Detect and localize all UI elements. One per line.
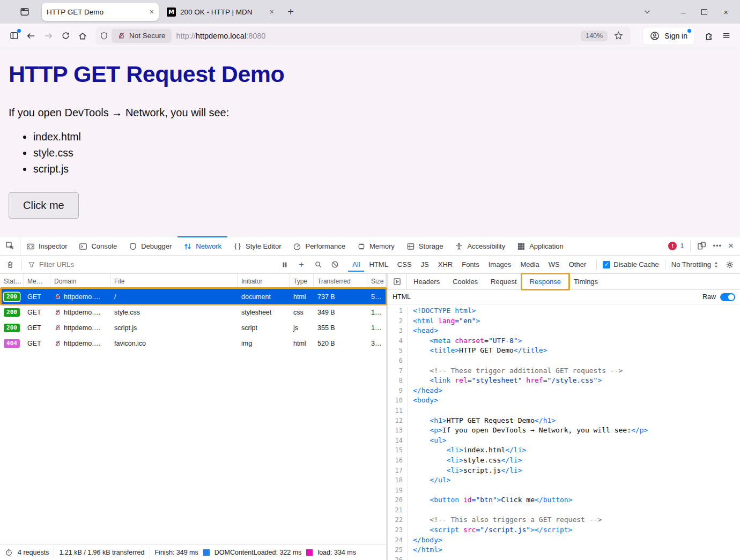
filter-other[interactable]: Other <box>565 257 591 272</box>
new-tab-button[interactable]: + <box>282 3 299 20</box>
filter-js[interactable]: JS <box>417 257 433 272</box>
firefox-view-icon[interactable] <box>16 3 33 20</box>
request-row-style.css[interactable]: 200GEThttpdemo….style.cssstylesheetcss34… <box>0 304 386 320</box>
column-header-me[interactable]: Me… <box>24 274 50 289</box>
devtools-tab-inspector[interactable]: Inspector <box>20 236 73 255</box>
devtools-tab-memory[interactable]: Memory <box>351 236 401 255</box>
detail-tab-timings[interactable]: Timings <box>567 274 604 289</box>
devtools-tab-network[interactable]: Network <box>177 236 227 255</box>
devtools-close-icon[interactable]: × <box>728 241 734 251</box>
sidebar-toggle-icon[interactable] <box>5 28 23 44</box>
detail-tab-request[interactable]: Request <box>484 274 523 289</box>
line-number: 15 <box>388 445 403 456</box>
block-icon[interactable] <box>329 260 340 268</box>
add-icon[interactable]: + <box>296 259 307 270</box>
column-header-transferred[interactable]: Transferred <box>314 274 367 289</box>
file-cell: / <box>110 289 238 304</box>
request-row-script.js[interactable]: 200GEThttpdemo….script.jsscriptjs355 B1… <box>0 320 386 335</box>
filter-fonts[interactable]: Fonts <box>457 257 484 272</box>
filter-html[interactable]: HTML <box>365 257 392 272</box>
column-header-size[interactable]: Size <box>367 274 386 289</box>
close-window-icon[interactable]: × <box>723 8 728 17</box>
bookmark-star-icon[interactable] <box>614 31 623 40</box>
filter-urls-input[interactable]: Filter URLs <box>28 260 74 268</box>
filter-ws[interactable]: WS <box>544 257 564 272</box>
performance-icon <box>293 242 301 251</box>
network-icon <box>183 242 192 251</box>
line-number: 17 <box>388 466 403 476</box>
line-number: 24 <box>388 535 403 546</box>
filter-xhr[interactable]: XHR <box>434 257 457 272</box>
throttling-dropdown[interactable]: No Throttling <box>671 260 719 268</box>
security-chip[interactable]: Not Secure <box>112 29 172 43</box>
status-badge: 404 <box>4 339 20 348</box>
click-me-button[interactable]: Click me <box>9 192 79 219</box>
line-number: 13 <box>388 425 403 436</box>
extensions-icon[interactable] <box>700 28 717 44</box>
transferred-cell: 355 B <box>314 320 367 335</box>
sign-in-button[interactable]: Sign in <box>642 27 695 45</box>
code-line: <!-- This also triggers a GET request --… <box>413 515 740 525</box>
pause-icon[interactable] <box>279 261 290 268</box>
devtools-tab-accessibility[interactable]: Accessibility <box>449 236 511 255</box>
status-badge: 200 <box>4 324 20 332</box>
minimize-icon[interactable]: – <box>681 8 685 17</box>
transferred-summary[interactable]: 1.21 kB / 1.96 kB transferred <box>59 549 144 556</box>
response-payload-header: HTML Raw <box>388 290 740 304</box>
disable-cache-checkbox[interactable]: ✓ Disable Cache <box>603 260 659 268</box>
menu-hamburger-icon[interactable] <box>717 28 735 44</box>
pick-element-icon[interactable] <box>0 236 20 255</box>
responsive-design-mode-icon[interactable] <box>697 241 706 250</box>
network-settings-gear-icon[interactable] <box>724 260 735 269</box>
raw-toggle[interactable] <box>720 293 735 301</box>
line-number: 22 <box>388 515 403 525</box>
filter-all[interactable]: All <box>348 257 364 272</box>
home-button[interactable] <box>74 28 91 44</box>
detail-tab-headers[interactable]: Headers <box>407 274 446 289</box>
requests-count[interactable]: 4 requests <box>18 549 49 556</box>
tab-close-icon[interactable]: × <box>270 8 274 16</box>
detail-tab-cookies[interactable]: Cookies <box>446 274 484 289</box>
clear-requests-trash-icon[interactable] <box>5 260 16 269</box>
column-header-stat[interactable]: Stat… <box>0 274 24 289</box>
source-code: <!DOCTYPE html><html lang="en"><head> <m… <box>408 306 740 560</box>
browser-tab-mdn[interactable]: M 200 OK - HTTP | MDN × <box>162 3 279 21</box>
maximize-icon[interactable] <box>701 9 707 15</box>
url-text[interactable]: http://httpdemo.local:8080 <box>176 32 266 40</box>
reload-button[interactable] <box>57 28 74 44</box>
column-header-type[interactable]: Type <box>290 274 314 289</box>
filter-media[interactable]: Media <box>516 257 543 272</box>
shield-icon[interactable] <box>100 32 108 40</box>
list-tabs-chevron-icon[interactable] <box>643 8 651 16</box>
column-header-domain[interactable]: Domain <box>50 274 110 289</box>
request-row-favicon.ico[interactable]: 404GEThttpdemo….favicon.icoimghtml520 B3… <box>0 335 386 351</box>
status-cell: 404 <box>0 335 24 351</box>
insecure-lock-icon <box>54 340 61 347</box>
tab-title: HTTP GET Demo <box>47 8 145 16</box>
request-row-root[interactable]: 200GEThttpdemo…./documenthtml737 B5… <box>0 289 386 304</box>
meatball-menu-icon[interactable]: ••• <box>713 242 722 250</box>
filter-css[interactable]: CSS <box>393 257 416 272</box>
column-header-initiator[interactable]: Initiator <box>238 274 290 289</box>
filter-images[interactable]: Images <box>484 257 516 272</box>
devtools-tab-performance[interactable]: Performance <box>287 236 351 255</box>
back-button[interactable] <box>23 28 40 44</box>
response-source-view[interactable]: 1234567891011121314151617181920212223242… <box>388 304 740 560</box>
url-bar[interactable]: Not Secure http://httpdemo.local:8080 14… <box>95 27 631 45</box>
detail-tab-response[interactable]: Response <box>523 274 568 289</box>
tab-close-icon[interactable]: × <box>150 8 154 16</box>
forward-button[interactable] <box>40 28 57 44</box>
devtools-tab-style-editor[interactable]: Style Editor <box>227 236 287 255</box>
devtools-tab-storage[interactable]: Storage <box>401 236 449 255</box>
devtools-tab-debugger[interactable]: Debugger <box>123 236 177 255</box>
error-badge-icon[interactable]: ! <box>668 242 677 250</box>
status-cell: 200 <box>0 320 24 335</box>
devtools-tab-console[interactable]: Console <box>73 236 123 255</box>
zoom-level-badge[interactable]: 140% <box>581 31 608 41</box>
browser-tab-http-get-demo[interactable]: HTTP GET Demo × <box>42 3 159 21</box>
devtools-tab-application[interactable]: Application <box>511 236 569 255</box>
sidebar-play-icon[interactable] <box>388 274 407 289</box>
column-header-file[interactable]: File <box>110 274 238 289</box>
search-icon[interactable] <box>313 260 323 268</box>
type-cell: html <box>290 289 314 304</box>
